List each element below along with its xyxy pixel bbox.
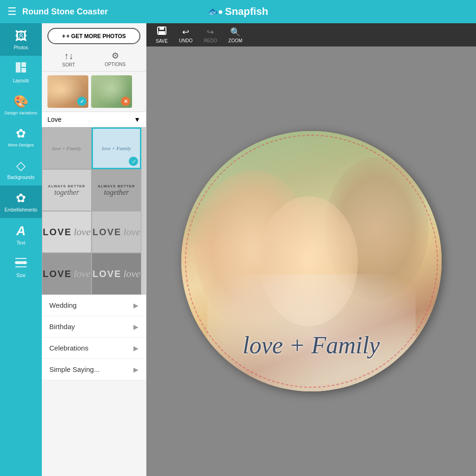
sidebar-item-embellishments[interactable]: ✿ Embellishments [0,185,42,218]
top-header: ☰ Round Stone Coaster 🐟● Snapfish [0,0,476,23]
page-title: Round Stone Coaster [22,7,108,17]
photos-icon: 🖼 [15,29,27,43]
sort-options-bar: ↑↓ SORT ⚙ OPTIONS [42,49,146,72]
layouts-icon [15,61,27,76]
undo-label: UNDO [179,38,192,43]
design-tile-love-white-1[interactable]: LOVE love [42,211,92,253]
save-icon [157,26,167,38]
logo: 🐟● Snapfish [208,6,268,18]
coaster[interactable]: love + Family [181,131,442,391]
category-label-birthday: Birthday [49,323,75,331]
app-body: 🖼 Photos Layouts 🎨 Design Variations ✿ M… [0,23,476,476]
sidebar-label-text: Text [17,240,25,245]
photo-grid: ✓ ✕ [42,72,146,112]
sidebar-label-design: Design Variations [5,111,37,115]
save-button[interactable]: SAVE [156,26,168,44]
photo-selected-badge-2: ✕ [121,97,130,106]
undo-icon: ↩ [182,27,189,37]
category-item-wedding[interactable]: Wedding ▶ [42,295,146,316]
get-more-photos-button[interactable]: + + GET MORE PHOTOS [47,28,140,44]
fish-icon: 🐟● [208,7,223,17]
main-canvas: SAVE ↩ UNDO ↪ REDO 🔍 ZOOM [146,23,476,476]
redo-button[interactable]: ↪ REDO [204,27,217,43]
canvas-area: love + Family [146,46,476,476]
design-row-4: LOVE love LOVE love [42,253,146,295]
sidebar-item-size[interactable]: Size [0,251,42,284]
design-tile-love-family-2[interactable]: love + Family ✓ [92,127,141,169]
get-more-photos-label: + GET MORE PHOTOS [66,33,126,40]
category-label-celebrations: Celebrations [49,344,88,352]
design-tile-love-family-1[interactable]: love + Family [42,127,92,169]
sort-label: SORT [62,62,75,67]
chevron-right-icon-wedding: ▶ [133,302,139,309]
sidebar: 🖼 Photos Layouts 🎨 Design Variations ✿ M… [0,23,42,476]
photo-selected-badge-1: ✓ [77,97,86,106]
sort-icon: ↑↓ [64,51,73,61]
dropdown-value: Love [47,116,61,123]
svg-rect-10 [159,31,165,34]
sidebar-label-layouts: Layouts [13,78,29,83]
zoom-button[interactable]: 🔍 ZOOM [228,27,242,43]
sidebar-item-photos[interactable]: 🖼 Photos [0,23,42,56]
zoom-label: ZOOM [228,38,242,43]
svg-rect-9 [159,27,164,30]
sidebar-label-more: More Designs [8,143,34,147]
sidebar-item-more-designs[interactable]: ✿ More Designs [0,121,42,153]
canvas-toolbar: SAVE ↩ UNDO ↪ REDO 🔍 ZOOM [146,23,476,46]
side-panel: + + GET MORE PHOTOS ↑↓ SORT ⚙ OPTIONS ✓ … [42,23,146,476]
hamburger-icon[interactable]: ☰ [7,6,17,18]
sidebar-label-emb: Embellishments [5,207,38,212]
sidebar-item-text[interactable]: A Text [0,218,42,251]
sidebar-item-design-variations[interactable]: 🎨 Design Variations [0,89,42,121]
options-button[interactable]: ⚙ OPTIONS [105,51,126,67]
panel-scroll: love + Family love + Family ✓ ALWAYS [42,127,146,476]
design-row-1: love + Family love + Family ✓ [42,127,146,169]
design-row-2: ALWAYS BETTER together ALWAYS BETTER tog… [42,169,146,211]
category-item-simple-saying[interactable]: Simple Saying... ▶ [42,359,146,380]
size-icon [14,257,27,271]
more-designs-icon: ✿ [16,126,26,141]
sort-button[interactable]: ↑↓ SORT [62,51,75,67]
category-item-celebrations[interactable]: Celebrations ▶ [42,337,146,359]
plus-icon: + [62,33,66,40]
category-label-wedding: Wedding [49,301,77,309]
svg-rect-1 [21,62,26,67]
photo-thumb-2[interactable]: ✕ [91,75,132,108]
category-dropdown[interactable]: Love ▼ [42,112,146,127]
palette-icon: 🎨 [13,94,28,109]
text-icon: A [16,224,26,238]
design-tile-always-better-2[interactable]: ALWAYS BETTER together [92,169,141,211]
gear-icon: ⚙ [112,51,119,61]
undo-button[interactable]: ↩ UNDO [179,27,192,43]
category-list: Wedding ▶ Birthday ▶ Celebrations ▶ Simp… [42,295,146,380]
svg-rect-2 [21,68,26,73]
category-item-birthday[interactable]: Birthday ▶ [42,316,146,337]
logo-text: Snapfish [225,6,268,18]
category-label-simple: Simple Saying... [49,365,99,373]
coaster-photo: love + Family [181,131,442,391]
sidebar-label-photos: Photos [13,45,28,50]
design-row-3: LOVE love LOVE love [42,211,146,253]
sidebar-label-size: Size [16,273,25,278]
design-tile-love-dark-1[interactable]: LOVE love [42,253,92,295]
coaster-overlay-text: love + Family [243,331,380,359]
design-tile-love-white-2[interactable]: LOVE love [92,211,141,253]
chevron-right-icon-celebrations: ▶ [133,344,139,352]
design-tile-always-better-1[interactable]: ALWAYS BETTER together [42,169,92,211]
redo-label: REDO [204,38,217,43]
options-label: OPTIONS [105,62,126,67]
embellishments-icon: ✿ [16,191,26,205]
tile-selected-badge: ✓ [129,157,138,166]
save-label: SAVE [156,39,168,44]
sidebar-item-backgrounds[interactable]: ◇ Backgrounds [0,153,42,185]
redo-icon: ↪ [207,27,214,37]
design-tiles-grid: love + Family love + Family ✓ ALWAYS [42,127,146,295]
photo-thumb-1[interactable]: ✓ [47,75,88,108]
sidebar-label-bg: Backgrounds [7,175,34,180]
chevron-down-icon: ▼ [134,116,140,123]
svg-rect-0 [16,62,20,73]
sidebar-item-layouts[interactable]: Layouts [0,56,42,89]
design-tile-love-dark-2[interactable]: LOVE love [92,253,141,295]
chevron-right-icon-birthday: ▶ [133,323,139,331]
chevron-right-icon-simple: ▶ [133,366,139,373]
